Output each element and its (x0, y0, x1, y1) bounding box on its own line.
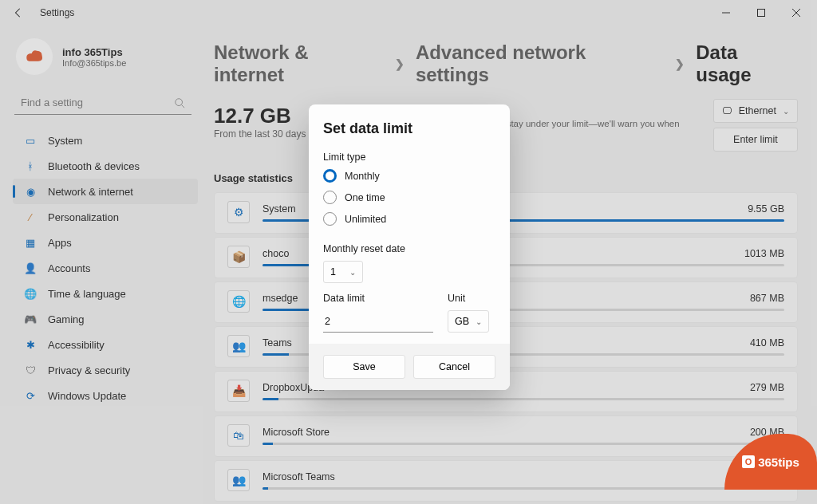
radio-unlimited[interactable]: Unlimited (323, 212, 495, 226)
dialog-title: Set data limit (323, 120, 495, 137)
data-limit-label: Data limit (323, 293, 433, 304)
radio-monthly[interactable]: Monthly (323, 169, 495, 183)
set-data-limit-dialog: Set data limit Limit type Monthly One ti… (309, 104, 510, 390)
radio-icon (323, 212, 337, 226)
data-limit-input[interactable] (323, 310, 433, 333)
cancel-button[interactable]: Cancel (413, 355, 495, 379)
unit-label: Unit (448, 293, 495, 304)
radio-label: One time (345, 192, 385, 203)
watermark-text: 365tips (758, 455, 799, 469)
office-icon: O (742, 455, 755, 468)
radio-label: Monthly (345, 171, 380, 182)
reset-date-value: 1 (330, 266, 336, 278)
reset-date-dropdown[interactable]: 1 ⌄ (323, 261, 363, 283)
limit-type-label: Limit type (323, 152, 495, 163)
unit-dropdown[interactable]: GB ⌄ (448, 310, 489, 333)
reset-date-label: Monthly reset date (323, 243, 495, 254)
unit-value: GB (455, 316, 469, 327)
radio-onetime[interactable]: One time (323, 191, 495, 204)
radio-icon (323, 169, 337, 183)
chevron-down-icon: ⌄ (349, 268, 356, 277)
radio-label: Unlimited (345, 214, 386, 225)
radio-icon (323, 191, 337, 204)
save-button[interactable]: Save (323, 355, 405, 379)
chevron-down-icon: ⌄ (476, 317, 482, 326)
